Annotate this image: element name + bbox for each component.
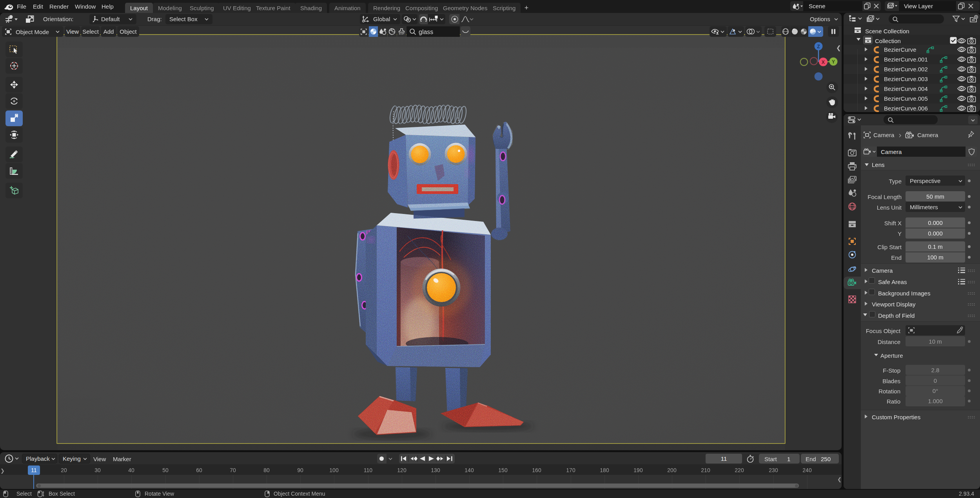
svg-text:Y: Y xyxy=(832,59,835,65)
svg-text:X: X xyxy=(822,60,825,65)
svg-text:Z: Z xyxy=(817,44,820,49)
